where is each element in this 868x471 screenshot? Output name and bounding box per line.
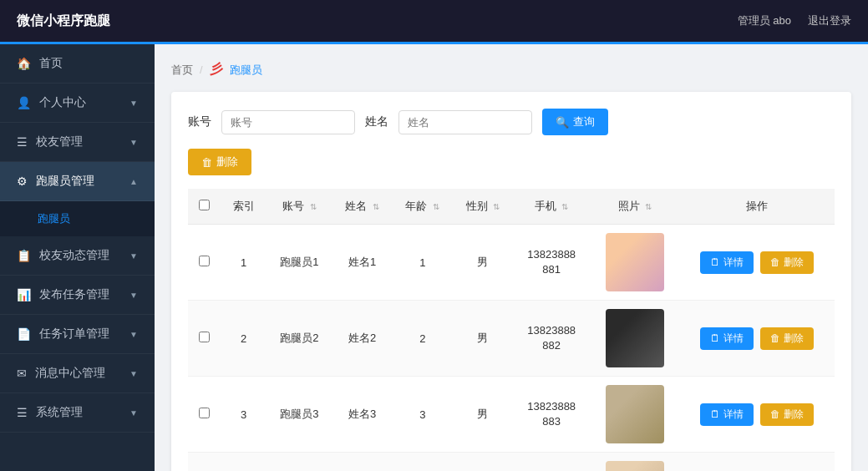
row-index: 4 bbox=[221, 453, 266, 472]
row-index: 3 bbox=[221, 377, 266, 453]
row-account: 跑腿员2 bbox=[266, 301, 332, 377]
arrow-down-icon-5: ▼ bbox=[129, 330, 138, 339]
th-account-label: 账号 bbox=[282, 200, 304, 212]
row-checkbox-cell bbox=[188, 301, 221, 377]
row-delete-button[interactable]: 🗑 删除 bbox=[760, 403, 814, 426]
row-name: 姓名2 bbox=[332, 301, 393, 377]
breadcrumb-separator: / bbox=[200, 63, 203, 76]
table-row: 4 跑腿员4 姓名4 4 男 13823888884 🗒 详情 🗑 删除 bbox=[188, 453, 835, 472]
query-label: 查询 bbox=[573, 114, 595, 129]
sidebar-subitem-runner[interactable]: 跑腿员 bbox=[0, 201, 155, 236]
sort-arrows-gender: ⇅ bbox=[493, 202, 500, 211]
row-actions: 🗒 详情 🗑 删除 bbox=[679, 225, 835, 301]
row-delete-button[interactable]: 🗑 删除 bbox=[760, 251, 814, 274]
row-gender: 男 bbox=[453, 225, 513, 301]
detail-button[interactable]: 🗒 详情 bbox=[700, 403, 754, 426]
system-icon: ☰ bbox=[17, 406, 28, 419]
row-delete-button[interactable]: 🗑 删除 bbox=[760, 327, 814, 350]
content-card: 账号 姓名 🔍 查询 🗑 删除 bbox=[171, 92, 851, 471]
th-name[interactable]: 姓名 ⇅ bbox=[332, 189, 393, 225]
trash-icon: 🗑 bbox=[201, 156, 212, 169]
sidebar-label-task-order: 任务订单管理 bbox=[39, 327, 109, 342]
sidebar-item-home[interactable]: 🏠 首页 bbox=[0, 44, 155, 84]
sort-arrows-age: ⇅ bbox=[433, 202, 439, 211]
row-checkbox[interactable] bbox=[199, 256, 210, 266]
row-account: 跑腿员3 bbox=[266, 377, 332, 453]
account-input[interactable] bbox=[221, 110, 355, 134]
sidebar-item-runner-mgmt[interactable]: ⚙ 跑腿员管理 ▲ bbox=[0, 162, 155, 201]
sidebar-item-system[interactable]: ☰ 系统管理 ▼ bbox=[0, 393, 155, 433]
person-icon: 👤 bbox=[17, 96, 31, 109]
sidebar: 🏠 首页 👤 个人中心 ▼ ☰ 校友管理 ▼ ⚙ 跑腿员管理 ▲ bbox=[0, 44, 155, 471]
row-phone: 13823888883 bbox=[513, 377, 591, 453]
sort-arrows-photo: ⇅ bbox=[645, 202, 652, 211]
sidebar-label-message: 消息中心管理 bbox=[35, 366, 105, 381]
th-photo-label: 照片 bbox=[618, 200, 640, 212]
chart-icon: 📊 bbox=[17, 288, 31, 301]
batch-delete-button[interactable]: 🗑 删除 bbox=[188, 149, 251, 175]
detail-label: 详情 bbox=[723, 332, 744, 346]
sidebar-label-home: 首页 bbox=[39, 56, 63, 71]
row-delete-label: 删除 bbox=[784, 256, 804, 270]
sort-arrows-phone: ⇅ bbox=[561, 202, 568, 211]
arrow-down-icon-3: ▼ bbox=[129, 251, 138, 261]
th-gender-label: 性别 bbox=[466, 200, 488, 212]
th-gender[interactable]: 性别 ⇅ bbox=[453, 189, 513, 225]
th-age[interactable]: 年龄 ⇅ bbox=[393, 189, 453, 225]
sidebar-item-personal[interactable]: 👤 个人中心 ▼ bbox=[0, 84, 155, 123]
th-photo[interactable]: 照片 ⇅ bbox=[590, 189, 679, 225]
sidebar-item-alumni[interactable]: ☰ 校友管理 ▼ bbox=[0, 123, 155, 162]
header-right: 管理员 abo 退出登录 bbox=[738, 13, 851, 28]
delete-label: 删除 bbox=[216, 154, 238, 170]
row-checkbox[interactable] bbox=[199, 332, 210, 342]
detail-icon: 🗒 bbox=[710, 256, 720, 268]
app-title: 微信小程序跑腿 bbox=[17, 13, 110, 30]
select-all-checkbox[interactable] bbox=[199, 200, 210, 210]
name-input[interactable] bbox=[398, 110, 532, 134]
breadcrumb-runner-icon: 彡 bbox=[210, 61, 223, 78]
row-delete-label: 删除 bbox=[784, 332, 804, 346]
th-action: 操作 bbox=[679, 189, 835, 225]
th-phone[interactable]: 手机 ⇅ bbox=[513, 189, 591, 225]
delete-icon: 🗑 bbox=[770, 332, 780, 344]
sidebar-label-alumni-dynamic: 校友动态管理 bbox=[39, 248, 109, 263]
th-name-label: 姓名 bbox=[345, 200, 367, 212]
th-phone-label: 手机 bbox=[535, 200, 556, 212]
row-phone: 13823888881 bbox=[513, 225, 591, 301]
delete-icon: 🗑 bbox=[770, 256, 780, 268]
row-delete-label: 删除 bbox=[784, 408, 804, 422]
sidebar-label-alumni: 校友管理 bbox=[36, 134, 83, 149]
logout-button[interactable]: 退出登录 bbox=[808, 13, 851, 28]
row-index: 2 bbox=[221, 301, 266, 377]
photo-image bbox=[606, 461, 664, 471]
sidebar-item-alumni-dynamic[interactable]: 📋 校友动态管理 ▼ bbox=[0, 236, 155, 276]
detail-icon: 🗒 bbox=[710, 408, 720, 420]
th-account[interactable]: 账号 ⇅ bbox=[266, 189, 332, 225]
photo-image bbox=[606, 233, 664, 291]
accent-bar bbox=[0, 42, 868, 44]
detail-button[interactable]: 🗒 详情 bbox=[700, 327, 754, 350]
row-name: 姓名1 bbox=[332, 225, 393, 301]
query-button[interactable]: 🔍 查询 bbox=[542, 109, 608, 135]
sidebar-item-message[interactable]: ✉ 消息中心管理 ▼ bbox=[0, 354, 155, 393]
sidebar-item-task-publish[interactable]: 📊 发布任务管理 ▼ bbox=[0, 276, 155, 315]
sidebar-label-system: 系统管理 bbox=[36, 405, 83, 420]
sidebar-item-task-order[interactable]: 📄 任务订单管理 ▼ bbox=[0, 315, 155, 354]
row-checkbox-cell bbox=[188, 225, 221, 301]
sidebar-label-runner-mgmt: 跑腿员管理 bbox=[36, 174, 94, 189]
main-content: 首页 / 彡 跑腿员 账号 姓名 🔍 查询 🗑 删除 bbox=[155, 44, 868, 471]
detail-icon: 🗒 bbox=[710, 332, 720, 344]
th-age-label: 年龄 bbox=[405, 200, 427, 212]
row-photo bbox=[590, 301, 679, 377]
detail-button[interactable]: 🗒 详情 bbox=[700, 251, 754, 274]
row-checkbox-cell bbox=[188, 377, 221, 453]
table-row: 3 跑腿员3 姓名3 3 男 13823888883 🗒 详情 🗑 删除 bbox=[188, 377, 835, 453]
row-phone: 13823888884 bbox=[513, 453, 591, 472]
th-action-label: 操作 bbox=[746, 200, 768, 212]
search-icon: 🔍 bbox=[556, 116, 569, 129]
row-checkbox[interactable] bbox=[199, 408, 210, 418]
header-user: 管理员 abo bbox=[738, 13, 791, 28]
sidebar-label-task-publish: 发布任务管理 bbox=[39, 287, 109, 302]
table-row: 1 跑腿员1 姓名1 1 男 13823888881 🗒 详情 🗑 删除 bbox=[188, 225, 835, 301]
sidebar-label-personal: 个人中心 bbox=[39, 95, 86, 110]
